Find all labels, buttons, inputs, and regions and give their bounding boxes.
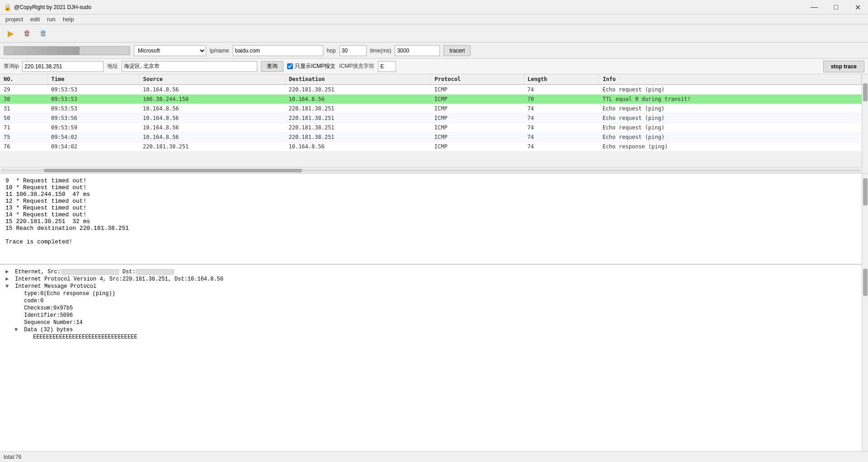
- table-row[interactable]: 3009:53:53106.38.244.15010.164.8.56ICMP7…: [0, 95, 862, 104]
- icmp-fill-input[interactable]: [378, 61, 396, 72]
- icmp-filter-checkbox[interactable]: [287, 63, 293, 69]
- clear-button[interactable]: 🗑: [36, 26, 51, 41]
- trace-log[interactable]: 9 * Request timed out! 10 * Request time…: [0, 174, 862, 264]
- packet-table-wrapper[interactable]: NO. Time Source Destination Protocol Len…: [0, 74, 862, 167]
- table-cell: 70: [524, 95, 599, 104]
- table-cell: 10.164.8.56: [139, 123, 285, 133]
- play-button[interactable]: ▶: [4, 26, 18, 41]
- query-ip-input[interactable]: [22, 61, 104, 72]
- scroll-track: [1, 169, 861, 172]
- icmp-toggle[interactable]: ▼: [5, 283, 12, 290]
- table-area: NO. Time Source Destination Protocol Len…: [0, 74, 862, 173]
- table-cell: 220.181.38.251: [285, 123, 430, 133]
- window-controls: — □ ✕: [804, 0, 868, 14]
- details-scrollbar-thumb: [863, 269, 868, 296]
- maximize-button[interactable]: □: [826, 0, 846, 14]
- table-cell: 74: [524, 114, 599, 123]
- table-cell: ICMP: [431, 95, 524, 104]
- table-row[interactable]: 7509:54:0210.164.8.56220.181.38.251ICMP7…: [0, 133, 862, 142]
- app-icon: 🔒: [4, 4, 11, 11]
- table-cell: 10.164.8.56: [139, 104, 285, 114]
- ethernet-toggle[interactable]: ►: [5, 269, 12, 275]
- table-cell: 09:53:59: [47, 123, 139, 133]
- icmp-label: Internet Message Protocol: [15, 283, 96, 290]
- time-input[interactable]: [395, 45, 440, 56]
- table-cell: 71: [0, 123, 47, 133]
- icmp-seqnum-label: Sequence Number:14: [24, 319, 83, 326]
- icmp-type: type:0(Echo response (ping)): [14, 290, 856, 297]
- icmp-checksum-label: Checksum:0x97b5: [24, 305, 73, 311]
- menu-run[interactable]: run: [43, 15, 59, 24]
- icmp-seqnum: Sequence Number:14: [14, 319, 856, 326]
- menu-help[interactable]: help: [59, 15, 78, 24]
- scroll-thumb: [44, 169, 302, 172]
- col-protocol: Protocol: [431, 74, 524, 85]
- table-cell: 10.164.8.56: [285, 95, 430, 104]
- icmp-data-toggle[interactable]: ▼: [14, 327, 21, 333]
- icmp-code: code:0: [14, 297, 856, 305]
- table-cell: 50: [0, 114, 47, 123]
- delete-button[interactable]: 🗑: [20, 26, 34, 41]
- table-row[interactable]: 3109:53:5310.164.8.56220.181.38.251ICMP7…: [0, 104, 862, 114]
- table-cell: 29: [0, 85, 47, 95]
- icmp-data-row[interactable]: ▼ Data (32) bytes: [14, 326, 856, 333]
- table-cell: 09:53:53: [47, 85, 139, 95]
- table-row[interactable]: 2909:53:5310.164.8.56220.181.38.251ICMP7…: [0, 85, 862, 95]
- ip-name-input[interactable]: [233, 45, 323, 56]
- table-cell: 10.164.8.56: [139, 114, 285, 123]
- vertical-scrollbar[interactable]: [862, 74, 868, 173]
- scrollbar-thumb: [863, 83, 868, 101]
- table-cell: Echo request (ping): [599, 104, 862, 114]
- close-button[interactable]: ✕: [847, 0, 868, 14]
- addr-label: 地址: [107, 62, 118, 70]
- title-bar: 🔒 @CopyRight by 2021 DJH-sudo — □ ✕: [0, 0, 868, 14]
- hop-label: hop: [327, 48, 336, 54]
- table-cell: 220.181.38.251: [285, 133, 430, 142]
- query-button[interactable]: 查询: [261, 61, 283, 72]
- menu-project[interactable]: project: [2, 15, 27, 24]
- table-cell: 220.181.38.251: [139, 142, 285, 152]
- table-cell: 10.164.8.56: [139, 85, 285, 95]
- ipv4-toggle[interactable]: ►: [5, 276, 12, 282]
- table-row[interactable]: 7609:54:02220.181.38.25110.164.8.56ICMP7…: [0, 142, 862, 152]
- menu-bar: project edit run help: [0, 14, 868, 24]
- hop-input[interactable]: [340, 45, 367, 56]
- icmp-type-label: type:0(Echo response (ping)): [24, 291, 115, 297]
- toolbar: ▶ 🗑 🗑: [0, 24, 868, 43]
- table-cell: 10.164.8.56: [139, 133, 285, 142]
- packet-table-header: NO. Time Source Destination Protocol Len…: [0, 74, 862, 85]
- addr-input[interactable]: [122, 61, 257, 72]
- icmp-row[interactable]: ▼ Internet Message Protocol: [5, 283, 856, 290]
- minimize-button[interactable]: —: [804, 0, 825, 14]
- table-cell: ICMP: [431, 133, 524, 142]
- adapter-select[interactable]: Microsoft: [134, 45, 206, 56]
- horizontal-scrollbar[interactable]: [0, 167, 862, 173]
- icmp-filter-label[interactable]: 只显示ICMP报文: [287, 62, 335, 70]
- table-cell: 220.181.38.251: [285, 85, 430, 95]
- table-cell: 74: [524, 123, 599, 133]
- ethernet-row[interactable]: ► Ethernet, Src:██████████████████ Dst:█…: [5, 268, 856, 276]
- table-cell: ICMP: [431, 104, 524, 114]
- menu-edit[interactable]: edit: [27, 15, 43, 24]
- table-cell: 75: [0, 133, 47, 142]
- table-cell: 220.181.38.251: [285, 104, 430, 114]
- table-cell: 30: [0, 95, 47, 104]
- trace-log-scrollbar[interactable]: [862, 174, 868, 264]
- details-scrollbar[interactable]: [862, 264, 868, 451]
- table-cell: 74: [524, 142, 599, 152]
- tracert-button[interactable]: tracert: [443, 45, 471, 56]
- stop-trace-button[interactable]: stop trace: [823, 61, 864, 72]
- ethernet-label: Ethernet, Src:██████████████████ Dst:███…: [15, 269, 175, 275]
- table-cell: 76: [0, 142, 47, 152]
- table-row[interactable]: 7109:53:5910.164.8.56220.181.38.251ICMP7…: [0, 123, 862, 133]
- total-value: 76: [15, 454, 21, 460]
- packet-details[interactable]: ► Ethernet, Src:██████████████████ Dst:█…: [0, 264, 862, 451]
- table-cell: 09:53:53: [47, 104, 139, 114]
- icmp-data-value: EEEEEEEEEEEEEEEEEEEEEEEEEEEEEEEE: [24, 333, 856, 341]
- ipv4-row[interactable]: ► Internet Protocol Version 4, Src:220.1…: [5, 276, 856, 283]
- table-cell: ICMP: [431, 123, 524, 133]
- packet-table-body: 2909:53:5310.164.8.56220.181.38.251ICMP7…: [0, 85, 862, 152]
- packet-table: NO. Time Source Destination Protocol Len…: [0, 74, 862, 152]
- table-cell: Echo response (ping): [599, 142, 862, 152]
- table-row[interactable]: 5009:53:5610.164.8.56220.181.38.251ICMP7…: [0, 114, 862, 123]
